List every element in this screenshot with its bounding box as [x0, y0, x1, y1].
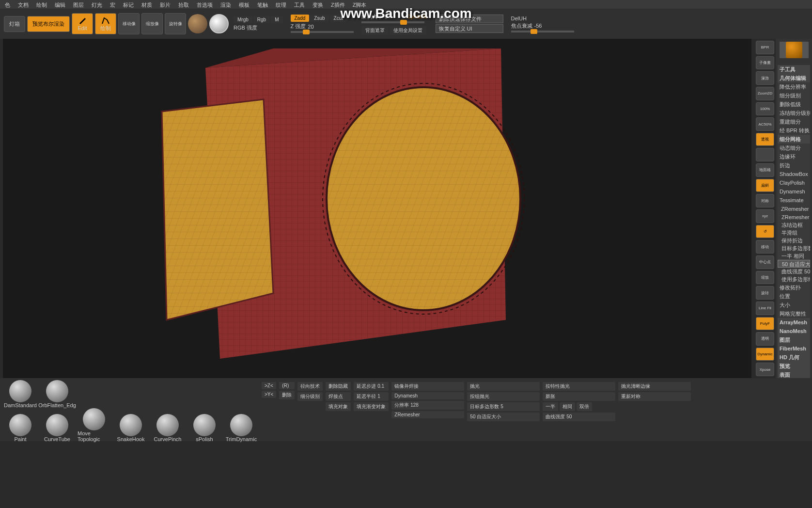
palette-item[interactable]: 使用多边形绘制: [778, 275, 810, 283]
subpixel-button[interactable]: 子像素: [756, 56, 774, 70]
del-uh-label[interactable]: DelUH: [511, 16, 574, 21]
palette-item[interactable]: 预览: [778, 362, 810, 370]
floor-button[interactable]: [756, 148, 774, 161]
bpr-button[interactable]: BPR: [756, 41, 774, 54]
rotate-button[interactable]: 旋转像: [165, 13, 186, 34]
brush-icon[interactable]: [230, 414, 252, 436]
palette-item[interactable]: 删除低级: [778, 100, 810, 109]
edit-button[interactable]: Edit: [72, 13, 93, 34]
local-button[interactable]: 扁斜: [756, 179, 774, 192]
menu-item[interactable]: 笔触: [254, 1, 271, 8]
rgb-tab[interactable]: Rgb: [253, 16, 270, 23]
del-hidden-button[interactable]: 删除隐藏: [326, 382, 351, 391]
palette-item[interactable]: 动态细分: [778, 143, 810, 152]
weld-button[interactable]: 焊接点: [326, 392, 351, 401]
mirror-weld-button[interactable]: 镜像并焊接: [391, 382, 464, 391]
delay-step-slider[interactable]: 延迟步进 0.1: [354, 382, 389, 391]
aahalf-button[interactable]: AC50%: [756, 117, 774, 131]
quick-input-1[interactable]: 使用全局设置: [390, 26, 426, 35]
grid-button[interactable]: 地面格: [756, 163, 774, 177]
xpose-button[interactable]: Xpose: [756, 363, 774, 376]
scale-nav-button[interactable]: 旋转: [756, 286, 774, 300]
palette-item[interactable]: 几何体编辑: [778, 74, 810, 82]
palette-item[interactable]: 网格完整性: [778, 309, 810, 318]
palette-item[interactable]: 修改拓扑: [778, 283, 810, 292]
palette-item[interactable]: 冻结细分级别: [778, 109, 810, 117]
palette-item[interactable]: 子工具: [778, 65, 810, 74]
curve-str-slider[interactable]: 曲线强度 50: [543, 413, 615, 421]
menu-item[interactable]: 渲染: [218, 1, 234, 8]
m-tab[interactable]: M: [271, 16, 282, 23]
palette-item[interactable]: HD 几何: [778, 353, 810, 362]
menu-item[interactable]: 灯光: [89, 1, 105, 8]
restore-ui-input[interactable]: [436, 24, 503, 33]
fill-object-button[interactable]: 填充对象: [326, 402, 351, 411]
palette-item[interactable]: FiberMesh: [778, 344, 810, 353]
palette-item[interactable]: 图层: [778, 335, 810, 344]
delete-button[interactable]: 删除: [279, 391, 295, 399]
dynamesh-button[interactable]: Dynamesh: [391, 392, 464, 399]
brush-icon[interactable]: [193, 414, 216, 436]
palette-item[interactable]: 边缘环: [778, 152, 810, 161]
menu-item[interactable]: 宏: [107, 1, 118, 8]
brush-icon[interactable]: [9, 414, 31, 436]
palette-item[interactable]: ZRemesher: [778, 205, 810, 213]
brush-icon[interactable]: [156, 414, 179, 436]
palette-item[interactable]: 表面: [778, 370, 810, 378]
palette-item[interactable]: 半滑组: [778, 229, 810, 237]
rotate-nav-button[interactable]: Line Fil: [756, 302, 774, 315]
lasso-button[interactable]: ↺: [756, 225, 774, 238]
palette-item[interactable]: ZRemesher: [778, 213, 810, 221]
live-boolean-button[interactable]: 预览布尔渲染: [27, 16, 70, 32]
mrgb-tab[interactable]: Mrgb: [234, 16, 252, 23]
palette-item[interactable]: 降低分辨率: [778, 82, 810, 91]
palette-item[interactable]: 细分级别: [778, 91, 810, 100]
actual-size-button[interactable]: 100%: [756, 102, 774, 116]
move-button[interactable]: 移动像: [118, 13, 140, 34]
draw-button[interactable]: 绘制: [95, 13, 116, 34]
palette-item[interactable]: 细分网格: [778, 135, 810, 143]
brush-icon[interactable]: [120, 414, 142, 436]
palette-item[interactable]: 一半 相同: [778, 252, 810, 260]
subdiv-slider[interactable]: 细分级别: [297, 392, 323, 401]
move-nav-button[interactable]: 缩放: [756, 271, 774, 285]
palette-item[interactable]: 重建细分: [778, 117, 810, 126]
viewport-canvas[interactable]: [3, 39, 751, 378]
menu-item[interactable]: 首选项: [194, 1, 216, 8]
center-button[interactable]: 中心点: [756, 255, 774, 269]
menu-item[interactable]: 变换: [310, 1, 326, 8]
zadd-tab[interactable]: Zadd: [291, 15, 310, 22]
polyf-button[interactable]: PolyF: [756, 317, 774, 331]
palette-item[interactable]: ShadowBox: [778, 170, 810, 178]
brush-icon[interactable]: [9, 380, 31, 402]
adaptive-slider[interactable]: 50 自适应大小: [467, 413, 540, 421]
z-intensity-slider[interactable]: [291, 31, 354, 33]
dynamic-nav-button[interactable]: Dynamic: [756, 348, 774, 361]
menu-item[interactable]: 材质: [139, 1, 155, 8]
menu-item[interactable]: 影片: [157, 1, 173, 8]
half-button[interactable]: 一半: [543, 402, 558, 411]
same-button[interactable]: 相同: [560, 402, 575, 411]
fill-grad-button[interactable]: 填充渐变对象: [354, 402, 389, 411]
xyz-button[interactable]: xyz: [756, 209, 774, 223]
palette-item[interactable]: 大小: [778, 301, 810, 309]
polish-group-button[interactable]: 按组抛光: [467, 392, 540, 401]
refresh-button[interactable]: 重新对称: [618, 392, 691, 401]
double-button[interactable]: 双倍: [577, 402, 592, 411]
matcap-sphere[interactable]: [188, 14, 207, 33]
menu-item[interactable]: 编辑: [52, 1, 68, 8]
palette-item[interactable]: NanoMesh: [778, 327, 810, 335]
menu-item[interactable]: 绘制: [33, 1, 50, 8]
bg-sphere[interactable]: [209, 14, 229, 33]
frame-button[interactable]: 移动: [756, 240, 774, 254]
palette-item[interactable]: ClayPolish: [778, 178, 810, 187]
swell-button[interactable]: 膨胀: [543, 392, 615, 401]
target-poly-slider[interactable]: 目标多边形数 5: [467, 402, 540, 411]
polish-feature-button[interactable]: 按特性抛光: [543, 382, 615, 391]
menu-item[interactable]: 拾取: [175, 1, 192, 8]
palette-item[interactable]: Dynamesh: [778, 187, 810, 196]
zremesher-button[interactable]: ZRemesher: [391, 411, 464, 418]
menu-item[interactable]: 色: [2, 1, 13, 8]
pan-button[interactable]: 漫游: [756, 71, 774, 85]
palette-item[interactable]: Tessimate: [778, 196, 810, 205]
